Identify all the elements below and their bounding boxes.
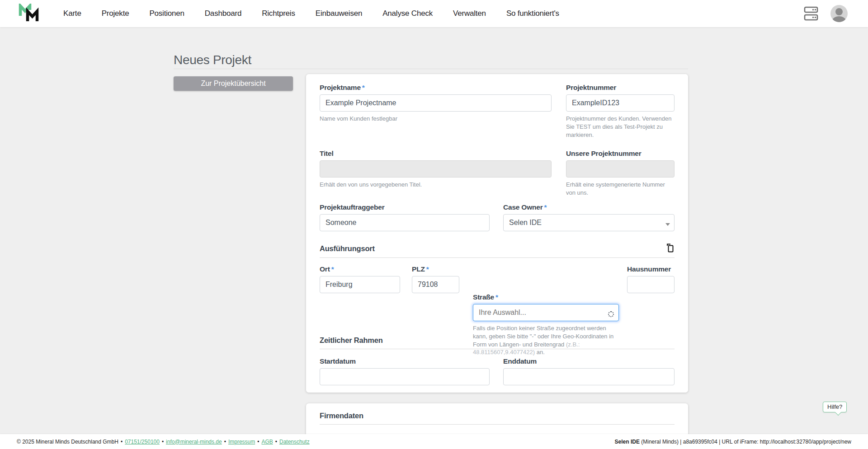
- required-asterisk: *: [362, 84, 365, 91]
- nav-item-einbauweisen[interactable]: Einbauweisen: [316, 9, 362, 18]
- datenschutz-link[interactable]: Datenschutz: [279, 439, 310, 445]
- agb-link[interactable]: AGB: [261, 439, 273, 445]
- unsere-projektnummer-label: Unsere Projektnummer: [566, 150, 675, 158]
- projektnummer-help: Projektnummer des Kunden. Verwenden Sie …: [566, 115, 675, 139]
- session-info: Selen IDE (Mineral Minds) | a8a69395fc04…: [615, 439, 851, 445]
- nav-item-so-funktionierts[interactable]: So funktioniert's: [506, 9, 559, 18]
- section-title-firmendaten: Firmendaten: [320, 412, 363, 420]
- ort-input[interactable]: [320, 276, 400, 293]
- copyright-text: © 2025 Mineral Minds Deutschland GmbH: [17, 439, 118, 445]
- project-form-card: Projektname* Name vom Kunden festlegbar …: [306, 74, 688, 393]
- strasse-input[interactable]: [473, 304, 619, 321]
- startdatum-input[interactable]: [320, 368, 490, 385]
- case-owner-select[interactable]: Selen IDE: [503, 214, 675, 231]
- unsere-projektnummer-input: [566, 160, 675, 178]
- titel-help: Erhält den von uns vorgegebenen Titel.: [320, 181, 552, 189]
- hilfe-bubble-tail: [835, 409, 841, 416]
- user-avatar-icon[interactable]: [830, 5, 848, 22]
- unsere-projektnummer-help: Erhält eine systemgenerierte Nummer von …: [566, 181, 675, 197]
- titel-input: [320, 160, 552, 178]
- page-footer: © 2025 Mineral Minds Deutschland GmbH • …: [0, 434, 868, 449]
- avatar-shoulders: [832, 16, 846, 22]
- section-title-ausfuehrungsort: Ausführungsort: [320, 244, 375, 253]
- email-link[interactable]: info@mineral-minds.de: [166, 439, 222, 445]
- case-owner-label: Case Owner*: [503, 203, 675, 211]
- required-asterisk: *: [331, 265, 334, 273]
- nav-item-richtpreis[interactable]: Richtpreis: [262, 9, 295, 18]
- hausnummer-input[interactable]: [627, 276, 675, 293]
- plz-input[interactable]: [412, 276, 459, 293]
- projektname-input[interactable]: [320, 94, 552, 112]
- nav-item-dashboard[interactable]: Dashboard: [205, 9, 241, 18]
- copy-icon[interactable]: [665, 243, 675, 253]
- zur-projektuebersicht-button[interactable]: Zur Projektübersicht: [174, 76, 293, 91]
- main-navigation: Karte Projekte Positionen Dashboard Rich…: [63, 9, 559, 18]
- enddatum-label: Enddatum: [503, 357, 675, 365]
- server-icon[interactable]: [804, 6, 818, 21]
- top-navbar: Karte Projekte Positionen Dashboard Rich…: [0, 0, 868, 27]
- title-divider: [174, 69, 688, 69]
- projektname-label: Projektname*: [320, 84, 552, 92]
- projektauftraggeber-input[interactable]: [320, 214, 490, 231]
- nav-item-analyse-check[interactable]: Analyse Check: [382, 9, 433, 18]
- nav-item-positionen[interactable]: Positionen: [149, 9, 184, 18]
- projektauftraggeber-label: Projektauftraggeber: [320, 203, 490, 211]
- page-title: Neues Projekt: [174, 53, 251, 67]
- ort-label: Ort*: [320, 265, 400, 273]
- titel-label: Titel: [320, 150, 552, 158]
- required-asterisk: *: [426, 265, 429, 273]
- projektnummer-input[interactable]: [566, 94, 675, 112]
- hilfe-button[interactable]: Hilfe?: [823, 402, 847, 412]
- mineral-minds-logo[interactable]: [18, 4, 40, 23]
- avatar-head: [835, 8, 843, 15]
- strasse-label: Straße*: [473, 293, 619, 301]
- plz-label: PLZ*: [412, 265, 459, 273]
- logo-icon: [18, 4, 40, 23]
- section-title-zeitlicher-rahmen: Zeitlicher Rahmen: [320, 336, 383, 345]
- hilfe-label: Hilfe?: [827, 403, 842, 410]
- nav-item-karte[interactable]: Karte: [63, 9, 81, 18]
- phone-link[interactable]: 07151/250100: [125, 439, 160, 445]
- startdatum-label: Startdatum: [320, 357, 490, 365]
- impressum-link[interactable]: Impressum: [228, 439, 255, 445]
- hausnummer-label: Hausnummer: [627, 265, 675, 273]
- nav-item-projekte[interactable]: Projekte: [102, 9, 129, 18]
- loading-spinner-icon: [608, 311, 614, 317]
- required-asterisk: *: [544, 203, 547, 211]
- projektnummer-label: Projektnummer: [566, 84, 675, 92]
- required-asterisk: *: [495, 293, 498, 301]
- enddatum-input[interactable]: [503, 368, 675, 385]
- projektname-help: Name vom Kunden festlegbar: [320, 115, 552, 123]
- nav-item-verwalten[interactable]: Verwalten: [453, 9, 486, 18]
